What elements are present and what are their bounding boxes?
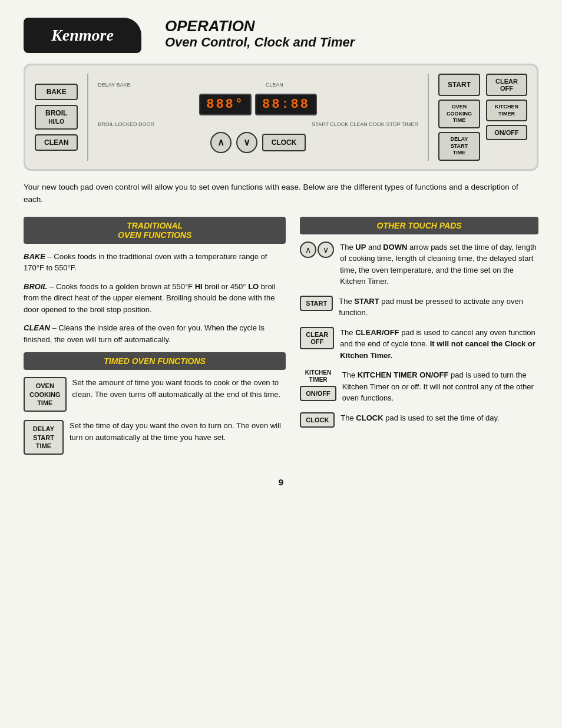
down-arrow-icon: ∨ xyxy=(318,241,334,258)
panel-right-top-row: START OVENCOOKINGTIME DELAYSTARTTIME CLE… xyxy=(438,74,527,161)
oven-cooking-time-desc: Set the amount of time you want foods to… xyxy=(72,377,286,400)
clock-desc: The CLOCK pad is used to set the time of… xyxy=(340,412,538,424)
arrow-icons-icon: ∧ ∨ xyxy=(300,241,334,258)
timed-item-cooking: OVENCOOKINGTIME Set the amount of time y… xyxy=(24,377,286,412)
header: Kenmore OPERATION Oven Control, Clock an… xyxy=(24,18,538,53)
logo-box: Kenmore xyxy=(24,18,141,53)
broil-button[interactable]: BROILHI/LO xyxy=(35,105,78,130)
panel-right: START OVENCOOKINGTIME DELAYSTARTTIME CLE… xyxy=(438,74,527,161)
col-right: OTHER TOUCH PADS ∧ ∨ The UP and DOWN arr… xyxy=(300,217,538,436)
clock-label: CLOCK xyxy=(300,412,335,428)
clock-bold: CLOCK xyxy=(356,413,383,422)
broil-name: BROIL xyxy=(24,282,47,291)
display-bottom-labels: BROIL LOCKED DOOR START CLOCK CLEAN COOK… xyxy=(98,121,418,127)
bake-description: BAKE – Cooks foods in the traditional ov… xyxy=(24,251,286,274)
up-text: UP xyxy=(355,243,366,252)
kitchen-timer-button[interactable]: KITCHENTIMER xyxy=(486,100,527,121)
control-panel: BAKE BROILHI/LO CLEAN DELAY BAKE CLEAN 8… xyxy=(24,64,538,171)
bake-desc: – Cooks foods in the traditional oven wi… xyxy=(24,252,267,273)
clear-label: CLEAROFF xyxy=(300,327,334,349)
clear-off-button[interactable]: CLEAROFF xyxy=(486,74,527,96)
up-down-desc: The UP and DOWN arrow pads set the time … xyxy=(340,241,538,287)
arrow-row: ∧ ∨ CLOCK xyxy=(210,132,306,153)
clear-desc: The CLEAR/OFF pad is used to cancel any … xyxy=(340,327,538,362)
title-operation: OPERATION xyxy=(165,18,538,35)
kitchen-timer-icon: KITCHENTIMER ON/OFF xyxy=(300,369,336,401)
start-item: START The START pad must be pressed to a… xyxy=(300,296,538,319)
clear-bold: CLEAR/OFF xyxy=(355,328,399,337)
timed-item-delay: DELAYSTARTTIME Set the time of day you w… xyxy=(24,420,286,455)
start-label: START xyxy=(300,296,333,311)
bake-button[interactable]: BAKE xyxy=(35,84,78,100)
on-off-button[interactable]: ON/OFF xyxy=(486,125,527,140)
logo: Kenmore xyxy=(51,26,114,45)
clock-item: CLOCK The CLOCK pad is used to set the t… xyxy=(300,412,538,428)
clean-name: CLEAN xyxy=(24,323,50,332)
start-group: START OVENCOOKINGTIME DELAYSTARTTIME xyxy=(438,74,480,161)
page-number: 9 xyxy=(24,477,538,487)
clean-desc: – Cleans the inside area of the oven for… xyxy=(24,323,265,344)
title-sub: Oven Control, Clock and Timer xyxy=(165,35,538,50)
two-col-layout: TRADITIONALOVEN FUNCTIONS BAKE – Cooks f… xyxy=(24,217,538,463)
timed-header: TIMED OVEN FUNCTIONS xyxy=(24,352,286,370)
arrow-icons-pair: ∧ ∨ xyxy=(300,241,334,258)
clean-description: CLEAN – Cleans the inside area of the ov… xyxy=(24,322,286,345)
broil-description: BROIL – Cooks foods to a golden brown at… xyxy=(24,281,286,316)
delay-start-time-button[interactable]: DELAYSTARTTIME xyxy=(438,132,480,161)
clear-icon: CLEAROFF xyxy=(300,327,334,349)
broil-mid: broil or 450° xyxy=(204,282,248,291)
oven-cooking-time-button[interactable]: OVENCOOKINGTIME xyxy=(438,100,480,128)
other-touch-pads-header: OTHER TOUCH PADS xyxy=(300,217,538,234)
panel-left-buttons: BAKE BROILHI/LO CLEAN xyxy=(35,84,78,151)
arrow-down-button[interactable]: ∨ xyxy=(236,132,257,153)
clear-emphasis: It will not cancel the Clock or Kitchen … xyxy=(340,339,535,360)
oven-cooking-time-label: OVENCOOKINGTIME xyxy=(24,377,67,412)
arrow-up-button[interactable]: ∧ xyxy=(210,132,232,153)
col-left: TRADITIONALOVEN FUNCTIONS BAKE – Cooks f… xyxy=(24,217,286,463)
on-off-label: ON/OFF xyxy=(300,386,336,401)
broil-lo: LO xyxy=(248,282,259,291)
bake-name: BAKE xyxy=(24,252,45,261)
traditional-header: TRADITIONALOVEN FUNCTIONS xyxy=(24,217,286,244)
start-button[interactable]: START xyxy=(438,74,480,96)
clock-button[interactable]: CLOCK xyxy=(262,134,306,151)
start-desc: The START pad must be pressed to activat… xyxy=(339,296,538,319)
kitchen-timer-label-text: KITCHENTIMER xyxy=(305,369,331,383)
broil-desc: – Cooks foods to a golden brown at 550°F xyxy=(49,282,195,291)
down-text: DOWN xyxy=(383,243,407,252)
clear-item: CLEAROFF The CLEAR/OFF pad is used to ca… xyxy=(300,327,538,362)
start-bold: START xyxy=(354,297,379,306)
kitchen-timer-desc: The KITCHEN TIMER ON/OFF pad is used to … xyxy=(342,369,538,404)
panel-center: DELAY BAKE CLEAN 888° 88:88 BROIL LOCKED… xyxy=(98,82,418,153)
clock-icon: CLOCK xyxy=(300,412,335,428)
clean-button[interactable]: CLEAN xyxy=(35,134,78,151)
display-top-labels: DELAY BAKE CLEAN xyxy=(98,82,418,88)
display-row: 888° 88:88 xyxy=(199,94,317,115)
kitchen-timer-item: KITCHENTIMER ON/OFF The KITCHEN TIMER ON… xyxy=(300,369,538,404)
delay-start-time-label: DELAYSTARTTIME xyxy=(24,420,64,455)
clear-group: CLEAROFF KITCHENTIMER ON/OFF xyxy=(486,74,527,161)
start-icon: START xyxy=(300,296,333,311)
delay-start-time-desc: Set the time of day you want the oven to… xyxy=(70,420,286,443)
up-arrow-icon: ∧ xyxy=(300,241,316,258)
display-main: 888° xyxy=(199,94,252,115)
divider-1 xyxy=(87,74,88,161)
kitchen-timer-bold: KITCHEN TIMER ON/OFF xyxy=(358,370,449,379)
up-down-item: ∧ ∨ The UP and DOWN arrow pads set the t… xyxy=(300,241,538,287)
broil-hi: HI xyxy=(195,282,203,291)
display-time: 88:88 xyxy=(255,94,317,115)
title-block: OPERATION Oven Control, Clock and Timer xyxy=(165,18,538,50)
intro-text: Your new touch pad oven control will all… xyxy=(24,181,538,206)
divider-2 xyxy=(428,74,429,161)
